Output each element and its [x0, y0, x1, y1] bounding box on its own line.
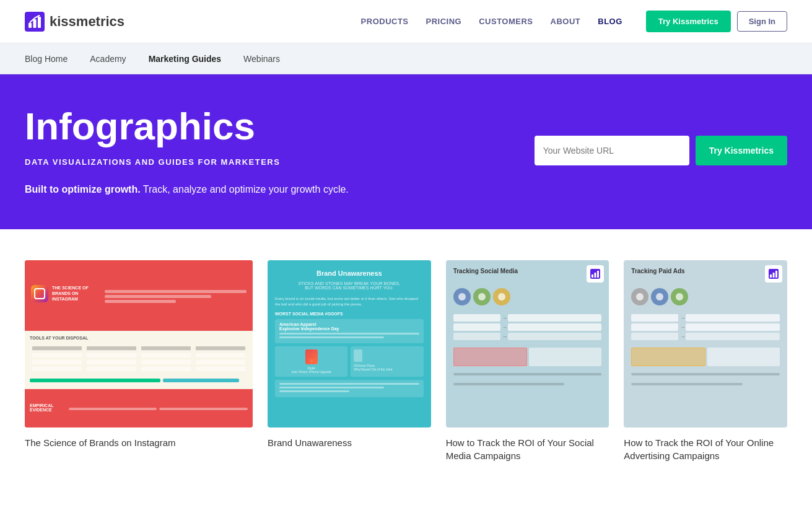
- card-img-top: THE SCIENCE OF BRANDS ON INSTAGRAM: [25, 260, 253, 330]
- svg-rect-1: [28, 23, 32, 28]
- insta-header-text: THE SCIENCE OF BRANDS ON INSTAGRAM: [52, 285, 105, 302]
- hero-desc-normal: Track, analyze and optimize your growth …: [143, 184, 349, 195]
- worst-title: WORST SOCIAL MEDIA #GOOFS: [275, 312, 424, 316]
- website-url-input[interactable]: [535, 136, 689, 165]
- hero-subtitle: DATA VISUALIZATIONS AND GUIDES FOR MARKE…: [25, 157, 434, 167]
- hero-left: Infographics DATA VISUALIZATIONS AND GUI…: [25, 105, 434, 195]
- hero-title: Infographics: [25, 105, 434, 147]
- brand-item-independence: American ApparelExplosive Independence D…: [275, 319, 424, 343]
- brand-unawareness-title: Brand Unawareness: [275, 269, 424, 278]
- card-image-ads[interactable]: Tracking Paid Ads: [624, 260, 787, 428]
- sub-nav: Blog Home Academy Marketing Guides Webin…: [0, 43, 812, 74]
- sub-nav-webinars[interactable]: Webinars: [243, 54, 280, 64]
- nav-buttons: Try Kissmetrics Sign In: [646, 11, 787, 32]
- hero-right: Try Kissmetrics: [535, 136, 787, 165]
- card-img-bottom: EMPIRICAL EVIDENCE: [25, 389, 253, 428]
- card-title-brand: Brand Unawareness: [268, 436, 431, 449]
- social-card-title: Tracking Social Media: [453, 268, 518, 274]
- hero-section: Infographics DATA VISUALIZATIONS AND GUI…: [0, 74, 812, 229]
- ads-card-title: Tracking Paid Ads: [631, 268, 684, 274]
- insta-header: THE SCIENCE OF BRANDS ON INSTAGRAM: [31, 285, 105, 302]
- card-ads: Tracking Paid Ads: [624, 260, 787, 462]
- logo-link[interactable]: kissmetrics: [25, 12, 124, 32]
- instagram-icon: [31, 285, 48, 302]
- card-title-instagram: The Science of Brands on Instagram: [25, 436, 253, 449]
- brand-unawareness-subtitle: STICKS AND STONES MAY BREAK YOUR BONES,B…: [275, 281, 424, 290]
- svg-rect-2: [33, 19, 37, 28]
- logo-icon: [25, 12, 45, 32]
- card-img-middle: TOOLS AT YOUR DISPOSAL: [25, 331, 253, 390]
- sub-nav-marketing-guides[interactable]: Marketing Guides: [149, 54, 221, 64]
- sign-in-button[interactable]: Sign In: [737, 11, 787, 32]
- svg-rect-10: [772, 273, 774, 278]
- card-title-social: How to Track the ROI of Your Social Medi…: [446, 436, 609, 462]
- card-image-instagram[interactable]: THE SCIENCE OF BRANDS ON INSTAGRAM TOOLS…: [25, 260, 253, 428]
- cards-grid: THE SCIENCE OF BRANDS ON INSTAGRAM TOOLS…: [25, 260, 787, 462]
- card-instagram: THE SCIENCE OF BRANDS ON INSTAGRAM TOOLS…: [25, 260, 253, 462]
- sub-nav-academy[interactable]: Academy: [90, 54, 126, 64]
- brand-items-row: AppleJoan Rivers' iPhone Upgrade DiGiorn…: [275, 346, 424, 377]
- brand-item-extra: [275, 380, 424, 397]
- main-nav: PRODUCTS PRICING CUSTOMERS ABOUT BLOG Tr…: [361, 11, 787, 32]
- nav-customers[interactable]: CUSTOMERS: [479, 17, 533, 26]
- svg-rect-3: [38, 17, 41, 28]
- hero-desc-bold: Built to optimize growth.: [25, 184, 141, 195]
- svg-rect-7: [597, 271, 599, 278]
- nav-about[interactable]: ABOUT: [551, 17, 581, 26]
- table-tools: [30, 345, 248, 372]
- kissmetrics-logo-small-social: [587, 265, 604, 283]
- svg-rect-6: [595, 273, 596, 278]
- social-flow-diagram: → → →: [453, 288, 602, 387]
- nav-blog[interactable]: BLOG: [598, 17, 622, 26]
- try-kissmetrics-hero-button[interactable]: Try Kissmetrics: [696, 136, 787, 165]
- svg-rect-11: [775, 271, 777, 278]
- card-brand: Brand Unawareness STICKS AND STONES MAY …: [268, 260, 431, 462]
- card-image-social[interactable]: Tracking Social Media: [446, 260, 609, 428]
- nav-pricing[interactable]: PRICING: [426, 17, 462, 26]
- sub-nav-blog-home[interactable]: Blog Home: [25, 54, 68, 64]
- site-header: kissmetrics PRODUCTS PRICING CUSTOMERS A…: [0, 0, 812, 43]
- hero-desc: Built to optimize growth. Track, analyze…: [25, 184, 434, 195]
- card-title-ads: How to Track the ROI of Your Online Adve…: [624, 436, 787, 462]
- svg-rect-9: [770, 274, 772, 278]
- nav-products[interactable]: PRODUCTS: [361, 17, 409, 26]
- svg-rect-5: [592, 274, 593, 278]
- logo-text: kissmetrics: [50, 14, 124, 30]
- ads-flow-diagram: → → →: [631, 288, 780, 387]
- brand-body-text: Every brand is on social media, but some…: [275, 296, 424, 307]
- kissmetrics-logo-small-ads: [765, 265, 782, 283]
- card-social: Tracking Social Media: [446, 260, 609, 462]
- cards-section: THE SCIENCE OF BRANDS ON INSTAGRAM TOOLS…: [0, 229, 812, 487]
- try-kissmetrics-header-button[interactable]: Try Kissmetrics: [646, 11, 731, 32]
- card-image-brand[interactable]: Brand Unawareness STICKS AND STONES MAY …: [268, 260, 431, 428]
